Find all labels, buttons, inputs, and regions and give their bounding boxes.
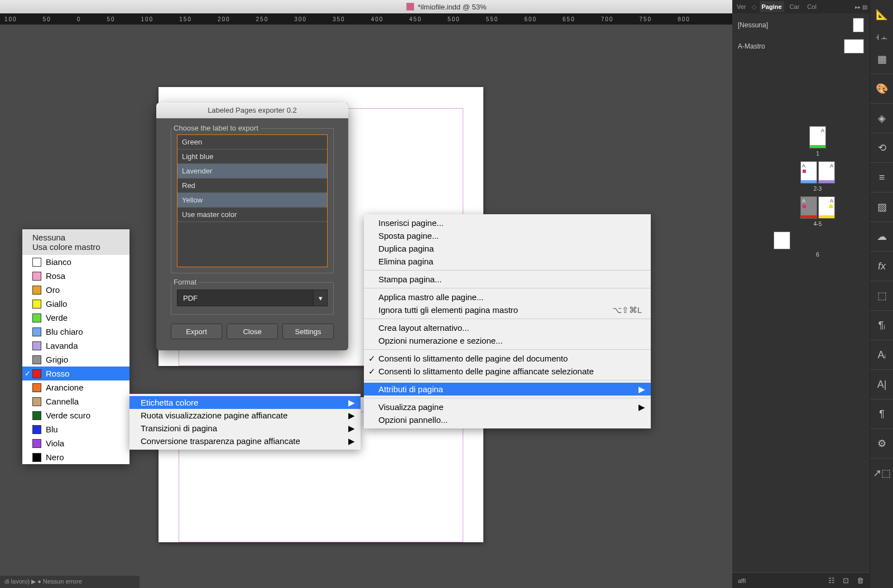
color-item[interactable]: Bianco: [22, 255, 129, 269]
color-item[interactable]: Nero: [22, 450, 129, 464]
page-thumb-4[interactable]: A: [800, 196, 817, 219]
format-fieldset: Format PDF: [171, 282, 334, 315]
right-toolbar: 📐 ⫞⫠ ▦ 🎨 ◈ ⟲ ≡ ▨ ☁ fx ⬚ ¶ᵢ Aᵢ A| ¶ ⚙ ↗⬚: [870, 0, 893, 588]
master-a[interactable]: A-Mastro: [738, 39, 864, 54]
fieldset-label: Choose the label to export: [171, 124, 261, 132]
fx-icon[interactable]: fx: [870, 255, 893, 277]
gradient-icon[interactable]: ▨: [870, 196, 893, 218]
label-row[interactable]: Red: [177, 179, 327, 193]
tab-ver[interactable]: Ver: [734, 1, 748, 12]
ctx-item[interactable]: Applica mastro alle pagine...: [364, 291, 651, 303]
ctx-item[interactable]: Inserisci pagine...: [364, 216, 651, 229]
ctx-item[interactable]: Attributi di pagina▶: [364, 383, 651, 396]
color-item[interactable]: Oro: [22, 283, 129, 297]
page-thumb-5[interactable]: A: [818, 196, 835, 219]
export-icon[interactable]: ↗⬚: [870, 462, 893, 484]
cc-icon[interactable]: ☁: [870, 225, 893, 248]
page-thumb-2[interactable]: A: [800, 161, 817, 184]
ctx-item[interactable]: ✓Consenti lo slittamento delle pagine af…: [364, 365, 651, 378]
page-thumb-1[interactable]: A: [809, 126, 826, 148]
stroke-icon[interactable]: ≡: [870, 166, 893, 189]
settings-button[interactable]: Settings: [282, 324, 334, 339]
color-item[interactable]: Verde scuro: [22, 408, 129, 422]
label-row[interactable]: Use master color: [177, 208, 327, 222]
character-icon[interactable]: A|: [870, 373, 893, 396]
paragraph-icon[interactable]: ¶: [870, 403, 893, 425]
color-item[interactable]: Blu chiaro: [22, 325, 129, 339]
export-button[interactable]: Export: [171, 324, 222, 339]
object-icon[interactable]: ⬚: [870, 285, 893, 307]
submenu-item[interactable]: Transizioni di pagina▶: [129, 422, 361, 435]
page-attributes-submenu: Etichetta colore▶Ruota visualizzazione p…: [129, 394, 361, 450]
format-select[interactable]: PDF: [177, 290, 328, 306]
window-title: *ilmiofile.indd @ 53%: [417, 3, 486, 11]
ctx-item[interactable]: Ignora tutti gli elementi pagina mastro⌥…: [364, 303, 651, 316]
tab-col[interactable]: Col: [805, 1, 819, 12]
color-label-menu: NessunaUsa colore mastroBiancoRosaOroGia…: [22, 229, 129, 464]
ctx-item[interactable]: Crea layout alternativo...: [364, 321, 651, 334]
color-menu-header[interactable]: NessunaUsa colore mastro: [22, 229, 129, 255]
color-item[interactable]: Arancione: [22, 380, 129, 394]
new-page-icon[interactable]: ⊡: [843, 576, 849, 585]
format-label: Format: [171, 278, 199, 286]
scripts-icon[interactable]: ⚙: [870, 432, 893, 455]
label-row[interactable]: Lavender: [177, 164, 327, 179]
color-item[interactable]: Lavanda: [22, 339, 129, 353]
master-none[interactable]: [Nessuna]: [738, 18, 864, 32]
ctx-item[interactable]: Elimina pagina: [364, 255, 651, 268]
ruler-icon[interactable]: 📐: [870, 3, 893, 26]
edit-page-icon[interactable]: ☷: [828, 576, 835, 585]
color-item[interactable]: Rosso: [22, 367, 129, 380]
ctx-item[interactable]: Duplica pagina: [364, 242, 651, 255]
label-row[interactable]: Green: [177, 135, 327, 150]
delete-page-icon[interactable]: 🗑: [857, 576, 864, 585]
color-item[interactable]: Cannella: [22, 394, 129, 408]
pages-thumbnails: A 1 A A 2-3 A A 4-5 6: [732, 126, 870, 258]
color-item[interactable]: Verde: [22, 311, 129, 325]
page-thumb-6[interactable]: [774, 232, 790, 249]
status-bar: di lavoro) ▶ ● Nessun errore: [0, 576, 140, 588]
ctx-item[interactable]: ✓Consenti lo slittamento delle pagine de…: [364, 352, 651, 365]
panel-footer: affi ☷ ⊡ 🗑: [732, 572, 870, 588]
page-thumb-3[interactable]: A: [818, 161, 835, 184]
color-icon[interactable]: 🎨: [870, 78, 893, 100]
char-styles-icon[interactable]: Aᵢ: [870, 344, 893, 366]
label-row[interactable]: Light blue: [177, 150, 327, 164]
grid-icon[interactable]: ▦: [870, 48, 893, 70]
document-icon: [406, 3, 414, 11]
tab-pagine[interactable]: Pagine: [760, 1, 784, 12]
ctx-item[interactable]: Opzioni pannello...: [364, 413, 651, 426]
tab-car[interactable]: Car: [788, 1, 802, 12]
submenu-item[interactable]: Ruota visualizzazione pagine affiancate▶: [129, 409, 361, 422]
pages-panel: Ver ◇ Pagine Car Col ▸▸ ▤ [Nessuna] A-Ma…: [732, 0, 870, 588]
exporter-dialog: Labeled Pages exporter 0.2 Choose the la…: [156, 103, 348, 350]
layers-icon[interactable]: ◈: [870, 107, 893, 129]
labels-fieldset: Choose the label to export GreenLight bl…: [171, 128, 334, 273]
ctx-item[interactable]: Stampa pagina...: [364, 273, 651, 286]
color-item[interactable]: Giallo: [22, 297, 129, 311]
submenu-item[interactable]: Etichetta colore▶: [129, 396, 361, 409]
close-button[interactable]: Close: [227, 324, 278, 339]
color-item[interactable]: Rosa: [22, 269, 129, 283]
submenu-item[interactable]: Conversione trasparenza pagine affiancat…: [129, 435, 361, 447]
ctx-item[interactable]: Sposta pagine...: [364, 229, 651, 242]
align-icon[interactable]: ⫞⫠: [870, 26, 893, 48]
page-context-menu: Inserisci pagine...Sposta pagine...Dupli…: [364, 214, 651, 428]
color-item[interactable]: Viola: [22, 436, 129, 450]
color-item[interactable]: Grigio: [22, 353, 129, 367]
dialog-title: Labeled Pages exporter 0.2: [156, 103, 348, 118]
ctx-item[interactable]: Opzioni numerazione e sezione...: [364, 334, 651, 347]
label-row[interactable]: Yellow: [177, 193, 327, 208]
labels-listbox[interactable]: GreenLight blueLavenderRedYellowUse mast…: [177, 134, 328, 267]
color-item[interactable]: Blu: [22, 422, 129, 436]
links-icon[interactable]: ⟲: [870, 137, 893, 159]
paragraph-styles-icon[interactable]: ¶ᵢ: [870, 314, 893, 336]
ctx-item[interactable]: Visualizza pagine▶: [364, 401, 651, 413]
panel-tabs: Ver ◇ Pagine Car Col ▸▸ ▤: [732, 0, 870, 13]
panel-expand-icon[interactable]: ▸▸ ▤: [855, 4, 867, 10]
